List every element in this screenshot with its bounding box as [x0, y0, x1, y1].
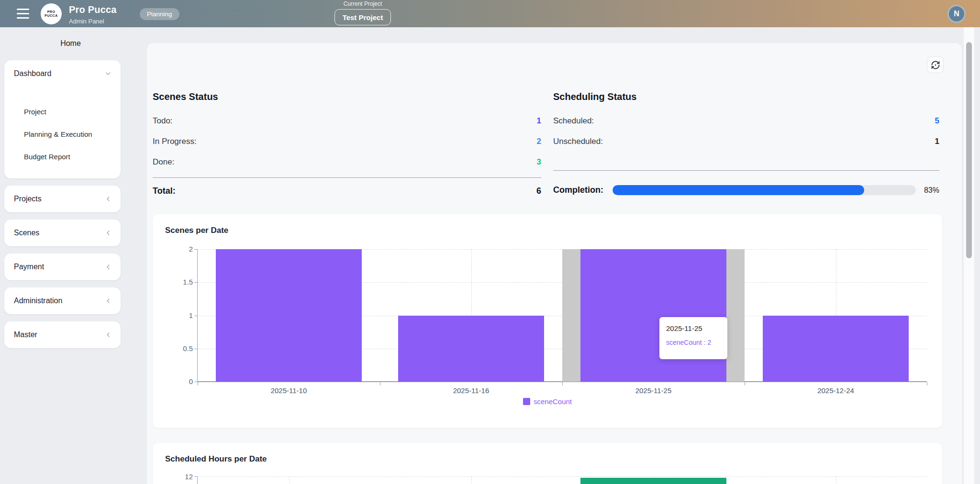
menu-icon[interactable]	[17, 9, 29, 19]
sidebar-item-home[interactable]: Home	[12, 39, 129, 48]
sidebar-group-label: Administration	[14, 297, 62, 305]
sidebar-group-label: Dashboard	[14, 69, 51, 78]
sidebar-item-budget-report[interactable]: Budget Report	[4, 145, 121, 168]
sidebar-group-payment: Payment	[4, 253, 121, 280]
app-logo: PRO PUCCA	[41, 3, 62, 24]
scenes-status-label: In Progress:	[153, 137, 197, 146]
current-project-button[interactable]: Test Project	[334, 9, 391, 25]
sidebar-item-planning-execution[interactable]: Planning & Execution	[4, 123, 121, 145]
x-axis-category-label: 2025-11-10	[198, 386, 380, 395]
vertical-gridline	[289, 476, 290, 484]
scheduling-status-section: Scheduling Status Scheduled:5Unscheduled…	[553, 91, 939, 102]
x-axis-tick	[927, 382, 927, 385]
y-axis-tick-label: 1.5	[166, 278, 193, 286]
sidebar-group-dashboard-toggle[interactable]: Dashboard	[4, 60, 121, 87]
scheduled-hours-plot: 12	[198, 476, 927, 484]
scenes-total-row: Total: 6	[153, 186, 541, 196]
y-axis-tick	[194, 476, 198, 477]
scheduled-hours-chart-card: Scheduled Hours per Date 12	[153, 443, 942, 484]
y-axis-tick	[194, 382, 198, 382]
sidebar-group-label: Master	[14, 330, 37, 339]
y-axis-tick	[194, 349, 198, 349]
scenes-status-title: Scenes Status	[153, 91, 541, 102]
y-axis-tick-label: 0	[166, 377, 193, 385]
chevron-left-icon	[104, 229, 112, 237]
completion-label: Completion:	[553, 185, 612, 195]
sidebar-group-label: Scenes	[14, 229, 39, 237]
scrollbar-track	[964, 27, 974, 484]
bar-2025-11-16[interactable]	[398, 316, 544, 382]
chart-title: Scheduled Hours per Date	[165, 454, 267, 464]
sidebar-group-administration: Administration	[4, 287, 121, 314]
scenes-status-section: Scenes Status Todo:1In Progress:2Done:3 …	[153, 91, 541, 102]
refresh-button[interactable]	[927, 56, 944, 73]
chart-tooltip: 2025-11-25 sceneCount : 2	[659, 317, 727, 359]
chart-title: Scenes per Date	[165, 226, 228, 235]
chevron-left-icon	[104, 297, 112, 305]
scenes-status-value: 3	[537, 157, 541, 167]
chevron-left-icon	[104, 263, 112, 271]
x-axis-category-label: 2025-11-25	[562, 386, 745, 395]
completion-percent: 83%	[924, 186, 939, 195]
sidebar: Home Dashboard ProjectPlanning & Executi…	[0, 27, 141, 484]
scheduling-status-value: 5	[935, 116, 939, 126]
legend-swatch	[523, 398, 530, 405]
scenes-status-label: Todo:	[153, 116, 173, 126]
user-avatar[interactable]: N	[947, 5, 966, 23]
scenes-status-value: 1	[537, 116, 541, 126]
legend-label: sceneCount	[534, 397, 572, 406]
y-axis-tick	[194, 316, 198, 316]
completion-progress-fill	[612, 185, 864, 195]
scheduling-status-label: Scheduled:	[553, 116, 594, 126]
bar-2025-11-10[interactable]	[216, 249, 362, 382]
brand-subtitle: Admin Panel	[69, 18, 117, 25]
horizontal-gridline	[198, 476, 927, 477]
y-axis-tick-label: 1	[166, 311, 193, 319]
x-axis-category-label: 2025-11-16	[380, 386, 562, 395]
refresh-icon	[931, 60, 940, 70]
brand: Pro Pucca Admin Panel	[69, 4, 117, 25]
scrollbar-thumb[interactable]	[966, 42, 972, 258]
sidebar-dashboard-items: ProjectPlanning & ExecutionBudget Report	[4, 87, 121, 178]
scenes-status-row: In Progress:2	[153, 137, 541, 146]
chevron-left-icon	[104, 331, 112, 339]
scheduling-status-label: Unscheduled:	[553, 137, 603, 146]
tooltip-date: 2025-11-25	[666, 324, 721, 332]
y-axis-tick-label: 12	[166, 473, 193, 481]
logo-text: PRO PUCCA	[41, 10, 62, 18]
divider	[553, 170, 939, 171]
scenes-per-date-chart-card: Scenes per Date 00.511.522025-11-102025-…	[153, 214, 942, 428]
x-axis-tick	[198, 382, 198, 385]
divider	[153, 177, 541, 178]
bar-2025-12-24[interactable]	[763, 316, 909, 382]
scheduling-status-title: Scheduling Status	[553, 91, 939, 102]
current-project-label: Current Project	[334, 0, 391, 7]
current-project-block: Current Project Test Project	[334, 0, 391, 25]
vertical-gridline	[471, 476, 472, 484]
x-axis-tick	[745, 382, 745, 385]
environment-badge: Planning	[140, 8, 179, 20]
completion-progressbar	[612, 185, 916, 195]
scenes-status-row: Done:3	[153, 157, 541, 167]
sidebar-item-project[interactable]: Project	[4, 100, 121, 123]
tooltip-value: sceneCount : 2	[666, 339, 721, 346]
chart-legend[interactable]: sceneCount	[153, 397, 942, 406]
scenes-status-row: Todo:1	[153, 116, 541, 126]
bar-visible-top[interactable]	[580, 478, 726, 484]
scheduling-status-value: 1	[935, 137, 939, 146]
chevron-down-icon	[104, 70, 112, 77]
sidebar-group-dashboard: Dashboard ProjectPlanning & ExecutionBud…	[4, 60, 121, 178]
sidebar-group-administration-toggle[interactable]: Administration	[4, 287, 121, 314]
app-header: PRO PUCCA Pro Pucca Admin Panel Planning…	[0, 0, 980, 27]
scheduling-status-row: Scheduled:5	[553, 116, 939, 126]
sidebar-group-scenes-toggle[interactable]: Scenes	[4, 220, 121, 246]
scenes-status-label: Done:	[153, 157, 174, 167]
y-axis-tick-label: 0.5	[166, 344, 193, 352]
sidebar-group-label: Payment	[14, 263, 44, 271]
sidebar-group-master-toggle[interactable]: Master	[4, 321, 121, 348]
bar-2025-11-25[interactable]	[580, 249, 726, 382]
sidebar-group-projects-toggle[interactable]: Projects	[4, 186, 121, 212]
main-panel: Scenes Status Todo:1In Progress:2Done:3 …	[147, 43, 962, 484]
sidebar-group-payment-toggle[interactable]: Payment	[4, 253, 121, 280]
vertical-gridline	[836, 476, 836, 484]
